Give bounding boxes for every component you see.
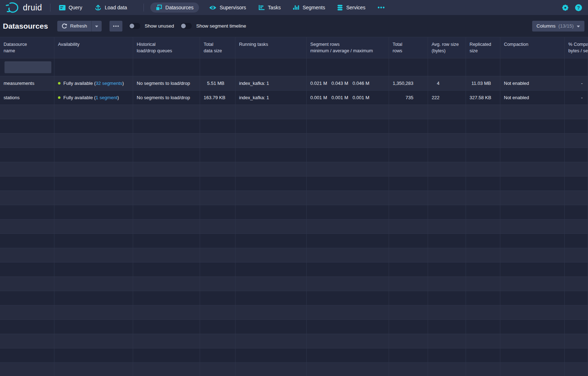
availability-cell: Fully available (1 segment): [54, 91, 133, 105]
empty-row: [0, 177, 588, 191]
total-data-size-cell: 163.79 KB: [200, 91, 235, 105]
nav-item-datasources[interactable]: Datasources: [150, 3, 199, 13]
view-control-bar: Datasources Refresh: [0, 15, 588, 37]
segments-link[interactable]: 1 segment: [96, 95, 117, 100]
column-header-pct-compacted[interactable]: % Compabytes / se: [565, 37, 588, 58]
column-header-total-data-size[interactable]: Totaldata size: [200, 37, 235, 58]
show-unused-toggle[interactable]: [129, 23, 140, 29]
segment-rows-cell: 0.001 M0.001 M0.001 M: [307, 91, 389, 105]
filter-cell: [428, 58, 466, 76]
nav-item-supervisors[interactable]: Supervisors: [207, 3, 248, 13]
top-nav: druid Query Load data: [0, 0, 588, 15]
nav-item-query[interactable]: Query: [57, 3, 84, 13]
ellipsis-icon: [113, 25, 119, 27]
datasource-name-cell: measurements: [0, 76, 54, 90]
nav-item-label: Datasources: [165, 5, 194, 10]
nav-item-label: Query: [69, 5, 82, 10]
svg-text:?: ?: [577, 5, 580, 10]
show-unused-switch-wrap: Show unused: [129, 23, 174, 29]
segments-icon: [293, 5, 299, 10]
druid-logo[interactable]: druid: [5, 1, 44, 14]
empty-row: [0, 291, 588, 305]
brand-name: druid: [23, 3, 42, 13]
column-header-segment-rows[interactable]: Segment rowsminimum / average / maximum: [307, 37, 389, 58]
nav-item-load-data[interactable]: Load data: [92, 3, 129, 13]
supervisors-icon: [209, 5, 217, 10]
refresh-interval-dropdown[interactable]: [91, 21, 102, 32]
datasource-name-filter-input[interactable]: [4, 61, 52, 73]
filter-cell: [54, 58, 133, 76]
table-body: measurementsFully available (32 segments…: [0, 76, 588, 376]
table-header-row: Datasourcename Availability Historicallo…: [0, 37, 588, 58]
load-drop-queues-cell: No segments to load/drop: [133, 91, 200, 105]
compaction-cell: Not enabled: [500, 76, 565, 90]
more-icon: [378, 6, 385, 9]
columns-dropdown-button[interactable]: Columns (13/15): [532, 21, 584, 32]
empty-row: [0, 248, 588, 262]
refresh-button[interactable]: Refresh: [57, 21, 91, 32]
load-drop-queues-cell: No segments to load/drop: [133, 76, 200, 90]
filter-cell: [307, 58, 389, 76]
help-icon[interactable]: ?: [575, 4, 582, 11]
pct-compacted-cell: -: [565, 76, 588, 90]
column-header-total-rows[interactable]: Totalrows: [389, 37, 428, 58]
nav-divider: [144, 4, 144, 11]
column-header-datasource-name[interactable]: Datasourcename: [0, 37, 54, 58]
nav-item-label: Load data: [105, 5, 127, 10]
nav-item-label: Supervisors: [220, 5, 246, 10]
column-header-historical-queues[interactable]: Historicalload/drop queues: [133, 37, 200, 58]
empty-row: [0, 320, 588, 334]
column-header-running-tasks[interactable]: Running tasks: [235, 37, 307, 58]
empty-row: [0, 305, 588, 320]
column-header-availability[interactable]: Availability: [54, 37, 133, 58]
compaction-cell: Not enabled: [500, 91, 565, 105]
filter-cell: [389, 58, 428, 76]
refresh-icon: [62, 23, 67, 29]
total-data-size-cell: 5.51 MB: [200, 76, 235, 90]
empty-row: [0, 191, 588, 205]
services-icon: [337, 5, 343, 11]
column-header-replicated-size[interactable]: Replicatedsize: [466, 37, 500, 58]
empty-row: [0, 220, 588, 234]
refresh-button-group: Refresh: [57, 21, 102, 32]
availability-cell: Fully available (32 segments): [54, 76, 133, 90]
tasks-icon: [258, 5, 265, 10]
filter-cell: [133, 58, 200, 76]
nav-more-button[interactable]: [375, 3, 387, 13]
segments-link[interactable]: 32 segments: [96, 81, 122, 86]
total-rows-cell: 1,350,283: [389, 76, 428, 90]
filter-cell: [235, 58, 307, 76]
nav-item-label: Tasks: [268, 5, 281, 10]
nav-item-segments[interactable]: Segments: [291, 3, 327, 13]
druid-logo-icon: [5, 1, 20, 14]
gear-icon[interactable]: [562, 4, 569, 11]
more-actions-button[interactable]: [110, 21, 122, 32]
filter-cell: [0, 58, 54, 76]
avg-row-size-cell: 222: [428, 91, 466, 105]
empty-row: [0, 262, 588, 277]
refresh-label: Refresh: [70, 23, 87, 29]
empty-row: [0, 277, 588, 291]
empty-row: [0, 134, 588, 148]
availability-dot: [58, 96, 60, 99]
query-icon: [59, 5, 65, 10]
nav-item-label: Services: [346, 5, 365, 10]
column-header-compaction[interactable]: Compaction: [500, 37, 565, 58]
column-header-avg-row-size[interactable]: Avg. row size(bytes): [428, 37, 466, 58]
nav-item-tasks[interactable]: Tasks: [256, 3, 283, 13]
empty-row: [0, 119, 588, 134]
show-segment-timeline-toggle[interactable]: [180, 23, 192, 29]
replicated-size-cell: 11.03 MB: [466, 76, 500, 90]
page-title: Datasources: [3, 22, 48, 30]
nav-item-services[interactable]: Services: [335, 3, 368, 13]
running-tasks-cell: index_kafka: 1: [235, 91, 307, 105]
toggle-knob: [181, 24, 186, 28]
filter-cell: [466, 58, 500, 76]
datasources-icon: [156, 5, 162, 11]
nav-item-label: Segments: [302, 5, 325, 10]
empty-row: [0, 234, 588, 248]
toggle-knob: [130, 24, 134, 28]
chevron-down-icon: [95, 23, 98, 29]
datasource-name-cell: stations: [0, 91, 54, 105]
running-tasks-cell: index_kafka: 1: [235, 76, 307, 90]
